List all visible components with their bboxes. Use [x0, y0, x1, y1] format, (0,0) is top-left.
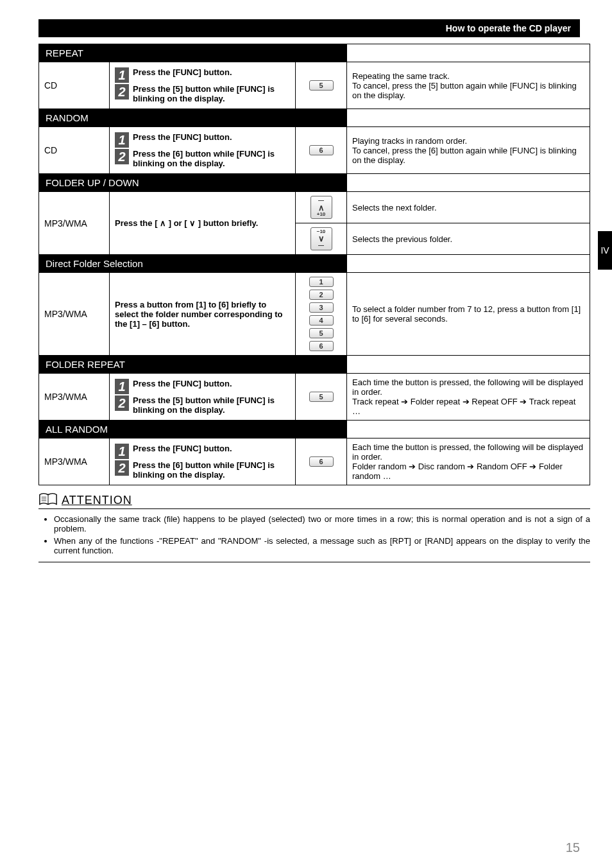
button-6[interactable]: 6 [309, 145, 334, 155]
section-directfolder-title: Direct Folder Selection [39, 255, 346, 272]
step-num-1: 1 [115, 379, 129, 394]
button-6c[interactable]: 6 [309, 456, 334, 467]
allrandom-desc: Each time the button is pressed, the fol… [347, 438, 590, 485]
allrandom-mode: MP3/WMA [39, 438, 110, 485]
folderrepeat-mode: MP3/WMA [39, 374, 110, 421]
section-folderupdown-title: FOLDER UP / DOWN [39, 174, 346, 191]
step-num-2: 2 [115, 84, 129, 100]
button-5[interactable]: 5 [309, 80, 334, 91]
folderrepeat-desc: Each time the button is pressed, the fol… [347, 374, 590, 421]
button-1[interactable]: 1 [309, 277, 334, 287]
section-folderrepeat-title: FOLDER REPEAT [39, 356, 346, 373]
page-number: 15 [566, 840, 580, 855]
repeat-mode: CD [39, 62, 110, 109]
step-num-2: 2 [115, 149, 129, 164]
step-num-2: 2 [115, 460, 129, 476]
book-icon [38, 492, 58, 507]
section-tab: IV [598, 231, 612, 270]
allrandom-instr: 1Press the [FUNC] button. 2Press the [6]… [110, 438, 296, 485]
folderupdown-desc-down: Selects the previous folder. [347, 223, 590, 255]
random-mode: CD [39, 127, 110, 174]
random-instr: 1Press the [FUNC] button. 2Press the [6]… [110, 127, 296, 174]
step-num-1: 1 [115, 67, 129, 83]
button-5c[interactable]: 5 [309, 392, 334, 402]
header-title: How to operate the CD player [38, 19, 580, 37]
note-item: Occasionally the same track (file) happe… [54, 514, 590, 534]
attention-notes: Occasionally the same track (file) happe… [54, 514, 590, 555]
section-random-title: RANDOM [39, 109, 346, 126]
directfolder-instr: Press a button from [1] to [6] briefly t… [110, 273, 296, 356]
note-item: When any of the functions -"REPEAT" and … [54, 536, 590, 555]
directfolder-mode: MP3/WMA [39, 273, 110, 356]
notes-rule [38, 562, 590, 562]
step-num-1: 1 [115, 444, 129, 459]
button-6b[interactable]: 6 [309, 341, 334, 351]
folderupdown-desc-up: Selects the next folder. [347, 192, 590, 223]
button-2[interactable]: 2 [309, 290, 334, 300]
step-num-2: 2 [115, 395, 129, 411]
random-desc: Playing tracks in random order. To cance… [347, 127, 590, 174]
instructions-table: REPEAT CD 1Press the [FUNC] button. 2Pre… [38, 44, 590, 485]
button-4[interactable]: 4 [309, 315, 334, 326]
repeat-instr: 1Press the [FUNC] button. 2Press the [5]… [110, 62, 296, 109]
section-allrandom-title: ALL RANDOM [39, 421, 346, 438]
button-5b[interactable]: 5 [309, 328, 334, 338]
folderupdown-mode: MP3/WMA [39, 192, 110, 255]
directfolder-desc: To select a folder number from 7 to 12, … [347, 273, 590, 356]
button-up[interactable]: — ∧ +10 [310, 196, 332, 219]
folderrepeat-instr: 1Press the [FUNC] button. 2Press the [5]… [110, 374, 296, 421]
section-repeat-title: REPEAT [39, 44, 346, 62]
button-down[interactable]: −10 ∨ — [310, 227, 332, 250]
attention-title: ATTENTION [62, 494, 132, 507]
button-3[interactable]: 3 [309, 302, 334, 313]
folderupdown-instr: Press the [ ∧ ] or [ ∨ ] button briefly. [110, 192, 296, 255]
repeat-desc: Repeating the same track. To cancel, pre… [347, 62, 590, 109]
step-num-1: 1 [115, 132, 129, 148]
